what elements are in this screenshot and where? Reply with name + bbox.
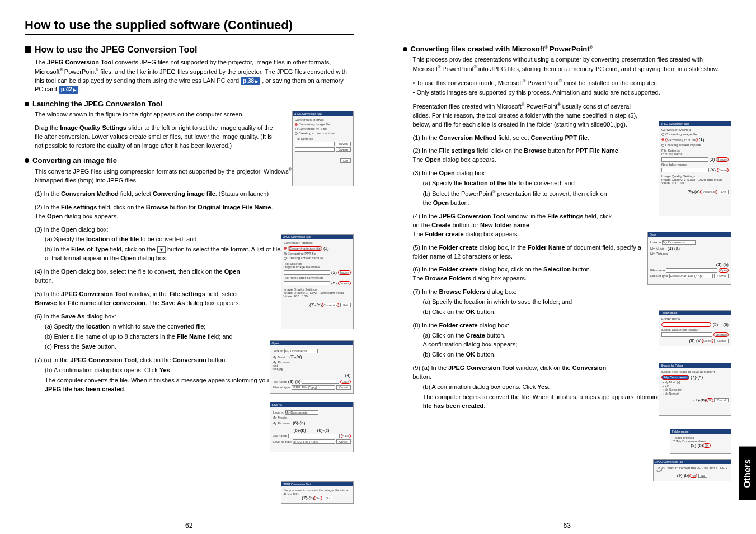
r-step-8: (8) In the Folder create dialog box: bbox=[413, 321, 648, 330]
section-title-text: How to use the JPEG Conversion Tool bbox=[35, 45, 197, 55]
step-6b: (b) Enter a file name of up to 8 charact… bbox=[45, 332, 246, 341]
r-step-8a: (a) Click on the Create button. A confir… bbox=[423, 331, 658, 349]
dot-bullet-icon bbox=[25, 158, 29, 163]
step-6a: (a) Specify the location in which to sav… bbox=[45, 322, 246, 331]
dot-bullet-icon bbox=[403, 47, 407, 51]
r-step-6: (6) In the Folder create dialog box, cli… bbox=[413, 265, 648, 283]
r-step-7: (7) In the Browse Folders dialog box: bbox=[413, 288, 648, 297]
step-1: (1) In the Conversion Method field, sele… bbox=[35, 190, 275, 199]
r-step-4: (4) In the JPEG Conversion Tool window, … bbox=[413, 212, 614, 239]
sub-header-launching: Launching the JPEG Conversion Tool bbox=[25, 100, 354, 108]
square-bullet-icon bbox=[25, 46, 31, 53]
step-4: (4) In the Open dialog box, select the f… bbox=[35, 268, 247, 285]
step-5: (5) In the JPEG Conversion Tool window, … bbox=[35, 290, 247, 308]
r-step-3: (3) In the Open dialog box: bbox=[413, 169, 614, 178]
step-2: (2) In the File settings field, click on… bbox=[35, 203, 275, 221]
step-3a: (a) Specify the location of the file to … bbox=[45, 235, 285, 244]
thumb-titlebar: JPEG Conversion Tool bbox=[293, 111, 353, 116]
sub-header-ppt: Converting files created with Microsoft®… bbox=[403, 45, 732, 53]
r-step-7a: (a) Specify the location in which to sav… bbox=[423, 298, 658, 307]
thumb-ppt-tool: JPEG Conversion Tool Conversion Method C… bbox=[659, 121, 731, 216]
thumb-folder-create: Folder create Folder name (5) (6) Select… bbox=[659, 310, 731, 346]
thumb-tool-step: JPEG Conversion Tool Conversion Method C… bbox=[281, 234, 354, 329]
thumb-ppt-open: Open Look in My Documents My Music (3)-(… bbox=[647, 232, 731, 285]
ppt-p2: Presentation files created with Microsof… bbox=[413, 102, 648, 129]
thumb-convert-confirm: JPEG Conversion Tool Do you want to conv… bbox=[653, 459, 731, 481]
step-7b: (b) A confirmation dialog box opens. Cli… bbox=[45, 366, 291, 375]
step-3: (3) In the Open dialog box: bbox=[35, 226, 275, 235]
page-number-left: 62 bbox=[185, 522, 192, 530]
page-number-right: 63 bbox=[564, 522, 571, 530]
r-step-7b: (b) Click on the OK button. bbox=[423, 308, 658, 317]
sidebar-tab-others: Others bbox=[739, 447, 756, 500]
step-6c: (c) Press the Save button. bbox=[45, 343, 246, 352]
intro-paragraph: The JPEG Conversion Tool converts JPEG f… bbox=[35, 58, 354, 94]
thumb-browse-folders: Browse for Folder Select new folder to s… bbox=[659, 363, 731, 416]
section-header-jpeg-tool: How to use the JPEG Conversion Tool bbox=[25, 45, 354, 55]
ppt-intro: This process provides presentations with… bbox=[413, 55, 732, 74]
r-step-1: (1) In the Conversion Method field, sele… bbox=[413, 134, 648, 143]
launching-p1: The window shown in the figure to the ri… bbox=[35, 110, 275, 119]
thumb-folder-confirm: Folder create Folder createdC:\My Docume… bbox=[670, 429, 731, 454]
thumb-confirm-dialog: JPEG Conversion Tool Do you want to conv… bbox=[281, 481, 354, 504]
thumb-open-dialog: Open Look in My Documents My Music (3)-(… bbox=[270, 340, 354, 394]
page-ref-42[interactable]: p.42 bbox=[59, 86, 78, 94]
r-step-3b: (b) Select the PowerPoint® presentation … bbox=[423, 189, 613, 208]
r-step-3a: (a) Specify the location of the file to … bbox=[423, 179, 613, 188]
r-step-9a: (9) (a) In the JPEG Conversion Tool wind… bbox=[413, 364, 626, 382]
thumb-tool-intro: JPEG Conversion Tool Conversion Method C… bbox=[292, 111, 354, 186]
launching-p2: Drag the Image Quality Settings slider t… bbox=[35, 124, 275, 151]
r-step-5: (5) In the Folder create dialog box, in … bbox=[413, 243, 648, 261]
ppt-bullet-1: • To use this conversion mode, Microsoft… bbox=[413, 78, 732, 88]
thumb-saveas-dialog: Save As Save in My Documents My Music My… bbox=[270, 402, 354, 452]
r-step-8b: (b) Click on the OK button. bbox=[423, 350, 658, 359]
ppt-bullet-2: • Only static images are supported by th… bbox=[413, 88, 732, 97]
step-7c: The computer converts the file. When it … bbox=[45, 376, 291, 394]
page-title: How to use the supplied software (Contin… bbox=[25, 18, 354, 35]
r-step-2: (2) In the File settings field, click on… bbox=[413, 147, 648, 165]
dot-bullet-icon bbox=[25, 102, 29, 106]
step-3b: (b) In the Files of Type field, click on… bbox=[45, 245, 285, 263]
page-ref-38[interactable]: p.38 bbox=[241, 77, 260, 86]
step-6: (6) In the Save As dialog box: bbox=[35, 312, 247, 321]
